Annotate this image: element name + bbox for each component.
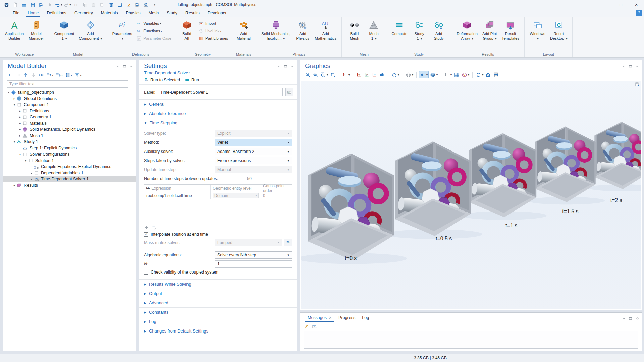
menu-results[interactable]: Results xyxy=(181,9,204,17)
expression-table[interactable]: ▶▶Expression Geometric entity level Gaus… xyxy=(144,184,292,223)
save-icon[interactable] xyxy=(29,1,36,8)
view-axes-button[interactable]: ▾ xyxy=(443,71,452,78)
back-button[interactable] xyxy=(7,72,14,78)
view-xz-button[interactable]: xz xyxy=(371,71,378,78)
add-expression-button[interactable] xyxy=(144,225,149,230)
rename-button[interactable] xyxy=(285,88,293,96)
maximize-button[interactable]: ◻ xyxy=(613,0,629,9)
expander-icon[interactable]: ▸ xyxy=(12,184,17,187)
expander-icon[interactable]: ▾ xyxy=(18,153,22,156)
pin-icon[interactable] xyxy=(290,64,294,68)
n-input[interactable] xyxy=(215,260,292,268)
tree-item-global-definitions[interactable]: ▸Global Definitions xyxy=(3,96,136,102)
new-file-icon[interactable] xyxy=(11,1,19,8)
node-grouping-button[interactable]: ▾ xyxy=(64,72,73,78)
section-changes-from-default-settings[interactable]: ▶Changes from Default Settings xyxy=(139,326,297,336)
graphics-canvas[interactable]: t=0 st=0.5 st=1 st=1.5 st=2 s xyxy=(301,81,641,309)
duplicate-icon[interactable] xyxy=(99,1,106,8)
add-material-button[interactable]: AddMaterial xyxy=(234,18,253,41)
auxiliary-solver-select[interactable]: Adams–Bashforth 2▼ xyxy=(215,148,292,155)
grid-button[interactable] xyxy=(453,71,460,78)
copy-icon[interactable] xyxy=(81,1,89,8)
find-icon[interactable] xyxy=(133,1,141,8)
move-up-button[interactable] xyxy=(22,72,29,78)
expander-icon[interactable]: ▸ xyxy=(18,122,22,125)
print-button[interactable] xyxy=(492,71,499,78)
update-plot-button[interactable]: ▾ xyxy=(475,71,484,78)
redo-icon[interactable]: ▾ xyxy=(64,1,71,8)
run-icon[interactable] xyxy=(46,1,54,8)
mass-matrix-settings-button[interactable] xyxy=(284,239,292,246)
help-button[interactable]: ? xyxy=(636,10,642,16)
expand-all-button[interactable]: ▾ xyxy=(46,72,54,78)
minimize-button[interactable]: ─ xyxy=(598,0,613,9)
plot-properties-icon[interactable] xyxy=(635,82,640,87)
section-results-while-solving[interactable]: ▶Results While Solving xyxy=(139,279,297,289)
algebraic-equations-select[interactable]: Solve every Nth step▼ xyxy=(215,251,292,259)
section-advanced[interactable]: ▶Advanced xyxy=(139,298,297,307)
parameter-case-button[interactable]: PiParameter Case xyxy=(137,35,171,42)
tree-item-solution-1[interactable]: ▾Solution 1 xyxy=(3,158,136,164)
view-yz-button[interactable]: yz xyxy=(363,71,370,78)
reset-desktop-button[interactable]: ResetDesktop ▾ xyxy=(548,18,570,41)
label-input[interactable] xyxy=(158,88,283,96)
float-icon[interactable] xyxy=(123,64,126,68)
tree-item-compile-equations-explicit-dynamics[interactable]: auatCompile Equations: Explicit Dynamics xyxy=(3,164,136,170)
tree-item-falling-objects-mph[interactable]: ▾falling_objects.mph xyxy=(3,89,136,96)
section-absolute-tolerance[interactable]: ▶Absolute Tolerance xyxy=(139,109,297,118)
menu-materials[interactable]: Materials xyxy=(97,9,122,17)
tree-item-materials[interactable]: ▸Materials xyxy=(3,120,136,127)
delete-icon[interactable] xyxy=(107,1,115,8)
menu-home[interactable]: Home xyxy=(23,9,43,17)
solver-type-select[interactable]: Explicit▼ xyxy=(215,130,292,137)
expander-icon[interactable]: ▾ xyxy=(6,90,11,94)
collapse-icon[interactable] xyxy=(116,64,120,68)
forward-button[interactable] xyxy=(15,72,21,78)
model-manager-button[interactable]: ModelManager xyxy=(26,18,46,41)
comsol-logo-icon[interactable] xyxy=(3,1,10,8)
table-row[interactable]: root.comp1.solid.cellTime Domain▼ 0 xyxy=(144,192,292,199)
build-all-button[interactable]: BuildAll xyxy=(177,18,197,41)
tab-progress[interactable]: Progress xyxy=(335,315,359,322)
expander-icon[interactable]: ▾ xyxy=(12,140,17,143)
tree-item-results[interactable]: ▸Results xyxy=(3,182,136,189)
pin-icon[interactable] xyxy=(129,64,133,68)
num-steps-input[interactable] xyxy=(245,175,297,182)
section-time-stepping[interactable]: ▼ Time Stepping xyxy=(139,118,297,127)
open-file-icon[interactable] xyxy=(20,1,28,8)
expander-icon[interactable]: ▸ xyxy=(18,128,22,131)
collapse-all-button[interactable]: ▾ xyxy=(55,72,63,78)
pin-icon[interactable] xyxy=(635,64,639,68)
expander-icon[interactable]: ▸ xyxy=(18,134,22,137)
clear-messages-button[interactable] xyxy=(304,324,309,329)
zoom-extents-button[interactable] xyxy=(329,71,336,78)
collapse-icon[interactable] xyxy=(622,317,626,320)
method-select[interactable]: Verlet▼ xyxy=(215,139,292,146)
tree-filter-input[interactable] xyxy=(7,80,128,88)
update-time-step-select[interactable]: Manual▼ xyxy=(215,166,292,173)
mass-matrix-select[interactable]: Lumped▼ xyxy=(215,239,282,246)
zoom-in-button[interactable] xyxy=(304,71,311,78)
add-study-button[interactable]: AddStudy xyxy=(429,18,448,41)
perspective-button[interactable] xyxy=(379,71,386,78)
expander-icon[interactable]: ▸ xyxy=(12,97,17,100)
menu-definitions[interactable]: Definitions xyxy=(43,9,70,17)
filter-button[interactable]: ▾ xyxy=(74,72,82,78)
cut-icon[interactable]: ✂ xyxy=(72,1,80,8)
copy-to-clipboard-button[interactable] xyxy=(312,324,317,329)
expander-icon[interactable]: ▸ xyxy=(18,115,22,119)
menu-file[interactable]: File xyxy=(9,9,23,17)
tree-item-time-dependent-solver-1[interactable]: ▸Time-Dependent Solver 1 xyxy=(3,176,136,182)
show-button[interactable] xyxy=(38,72,45,78)
tree-item-study-1[interactable]: ▾Study 1 xyxy=(3,139,136,145)
float-icon[interactable] xyxy=(629,64,632,68)
section-log[interactable]: ▶Log xyxy=(139,317,297,326)
menu-developer[interactable]: Developer xyxy=(204,9,231,17)
environment-button[interactable]: ▾ xyxy=(461,71,470,78)
result-templates-button[interactable]: ResultTemplates xyxy=(499,18,522,41)
application-builder-button[interactable]: AApplicationBuilder xyxy=(3,18,26,41)
close-button[interactable]: ✕ xyxy=(629,0,644,9)
tree-item-geometry-1[interactable]: ▸Geometry 1 xyxy=(3,114,136,120)
add-mathematics-button[interactable]: ΔUAddMathematics xyxy=(312,18,339,41)
rotate-button[interactable]: ▾ xyxy=(391,71,400,78)
